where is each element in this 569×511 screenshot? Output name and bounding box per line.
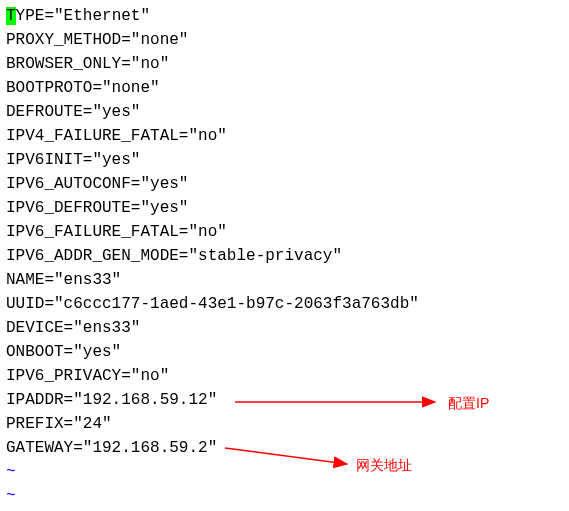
config-line: BOOTPROTO="none" [6,76,563,100]
vim-tilde: ~ [6,460,563,484]
config-line: IPADDR="192.168.59.12" [6,388,563,412]
config-line: IPV6_DEFROUTE="yes" [6,196,563,220]
config-line: TYPE="Ethernet" [6,4,563,28]
config-line: DEFROUTE="yes" [6,100,563,124]
config-line: NAME="ens33" [6,268,563,292]
config-line: IPV4_FAILURE_FATAL="no" [6,124,563,148]
config-line: IPV6INIT="yes" [6,148,563,172]
config-line: IPV6_PRIVACY="no" [6,364,563,388]
config-line: IPV6_FAILURE_FATAL="no" [6,220,563,244]
config-line: IPV6_AUTOCONF="yes" [6,172,563,196]
config-line: PROXY_METHOD="none" [6,28,563,52]
config-line: UUID="c6ccc177-1aed-43e1-b97c-2063f3a763… [6,292,563,316]
config-line: IPV6_ADDR_GEN_MODE="stable-privacy" [6,244,563,268]
config-line: BROWSER_ONLY="no" [6,52,563,76]
editor-content[interactable]: TYPE="Ethernet" PROXY_METHOD="none" BROW… [6,4,563,511]
cursor: T [6,7,16,25]
config-line: DEVICE="ens33" [6,316,563,340]
config-line: PREFIX="24" [6,412,563,436]
config-line: ONBOOT="yes" [6,340,563,364]
vim-tilde: ~ [6,484,563,508]
config-line: GATEWAY="192.168.59.2" [6,436,563,460]
